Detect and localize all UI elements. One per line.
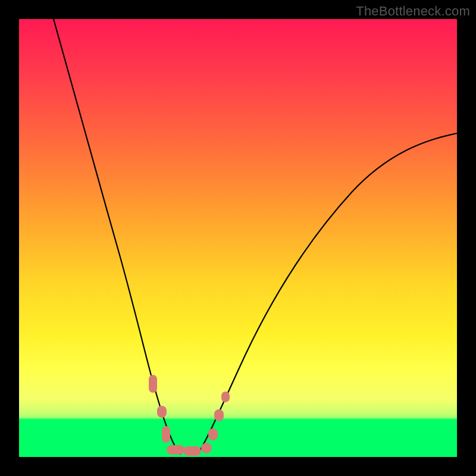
outer-frame: TheBottleneck.com	[0, 0, 476, 476]
curve-left-branch	[54, 19, 181, 455]
marker-bottom-1	[167, 445, 184, 455]
marker-left-mid	[157, 406, 167, 418]
plot-area	[19, 19, 457, 457]
watermark-text: TheBottleneck.com	[356, 4, 470, 19]
bottleneck-curve	[19, 19, 457, 457]
marker-right-3	[214, 409, 224, 421]
marker-left-lower	[162, 426, 170, 443]
marker-bottom-2	[183, 446, 201, 456]
marker-right-2	[208, 428, 218, 440]
curve-right-branch	[198, 133, 457, 455]
marker-right-4	[221, 392, 230, 402]
marker-left-upper	[149, 375, 157, 393]
marker-right-1	[201, 443, 212, 453]
